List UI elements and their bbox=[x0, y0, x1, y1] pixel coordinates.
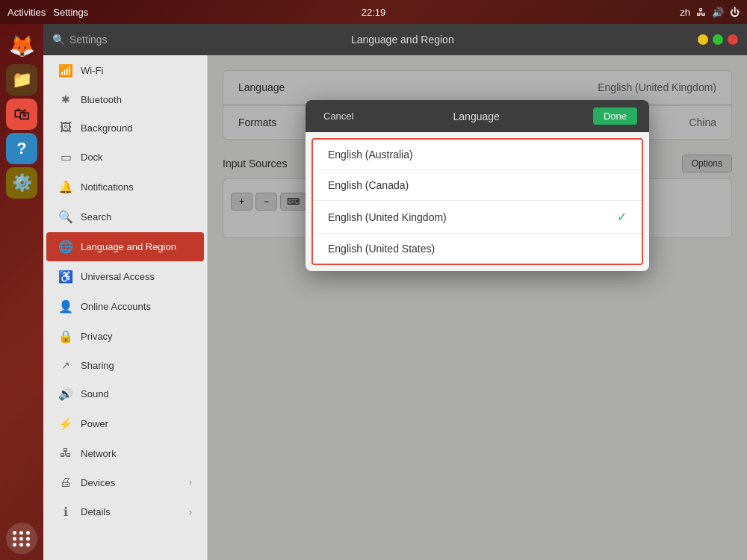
settings-menu[interactable]: Settings bbox=[53, 7, 88, 18]
dialog-cancel-button[interactable]: Cancel bbox=[317, 108, 359, 125]
language-dialog-overlay: Cancel Language Done English (Australia)… bbox=[208, 55, 747, 560]
language-icon: 🌐 bbox=[58, 240, 73, 254]
sidebar-item-language[interactable]: 🌐 Language and Region bbox=[46, 232, 204, 261]
details-chevron-icon: › bbox=[189, 507, 192, 517]
dialog-done-button[interactable]: Done bbox=[593, 108, 637, 125]
sidebar-item-sound[interactable]: 🔊 Sound bbox=[46, 379, 204, 408]
sidebar-item-label-search: Search bbox=[81, 211, 111, 223]
minimize-button[interactable] bbox=[698, 34, 708, 45]
lang-option-en-us[interactable]: English (United States) bbox=[313, 234, 642, 264]
sidebar-item-search[interactable]: 🔍 Search bbox=[46, 202, 204, 231]
software-icon: 🛍 bbox=[13, 105, 30, 124]
sound-icon: 🔊 bbox=[58, 387, 73, 401]
topbar: Activities Settings 22:19 zh 🖧 🔊 ⏻ bbox=[0, 0, 747, 24]
lang-option-en-au[interactable]: English (Australia) bbox=[313, 140, 642, 170]
bluetooth-icon: ✱ bbox=[58, 93, 73, 105]
sidebar-item-label-dock: Dock bbox=[81, 152, 103, 163]
sidebar-item-dock[interactable]: ▭ Dock bbox=[46, 143, 204, 172]
sidebar-item-label-sound: Sound bbox=[81, 388, 109, 399]
sidebar-item-network[interactable]: 🖧 Network bbox=[46, 439, 204, 467]
sidebar-item-label-network: Network bbox=[81, 448, 117, 459]
universal-icon: ♿ bbox=[58, 270, 73, 284]
search-sidebar-icon: 🔍 bbox=[58, 210, 73, 224]
sidebar-item-online[interactable]: 👤 Online Accounts bbox=[46, 292, 204, 321]
sidebar-item-background[interactable]: 🖼 Background bbox=[46, 113, 204, 142]
network-sidebar-icon: 🖧 bbox=[58, 447, 73, 460]
power-sidebar-icon: ⚡ bbox=[58, 417, 73, 431]
sidebar-item-label-language: Language and Region bbox=[81, 241, 176, 252]
language-options-highlight: English (Australia) English (Canada) Eng… bbox=[311, 138, 643, 265]
window-controls bbox=[698, 34, 738, 45]
sidebar-item-label-power: Power bbox=[81, 418, 108, 429]
activities-button[interactable]: Activities bbox=[7, 7, 46, 18]
dialog-titlebar: Cancel Language Done bbox=[306, 100, 649, 132]
window-body: 📶 Wi-Fi ✱ Bluetooth 🖼 Background ▭ Dock … bbox=[43, 55, 747, 560]
network-icon[interactable]: 🖧 bbox=[696, 7, 706, 18]
sidebar-item-label-background: Background bbox=[81, 122, 132, 134]
close-button[interactable] bbox=[728, 34, 738, 45]
apps-grid-icon bbox=[13, 531, 31, 547]
dock-item-software[interactable]: 🛍 bbox=[6, 99, 37, 130]
topbar-time: 22:19 bbox=[362, 7, 386, 18]
sidebar-item-notifications[interactable]: 🔔 Notifications bbox=[46, 172, 204, 202]
sidebar-item-sharing[interactable]: ↗ Sharing bbox=[46, 352, 204, 379]
dock-item-settings[interactable]: ⚙️ bbox=[6, 167, 37, 199]
search-icon: 🔍 bbox=[52, 34, 65, 46]
lang-option-en-gb[interactable]: English (United Kingdom) ✓ bbox=[313, 201, 642, 234]
lang-label-en-gb: English (United Kingdom) bbox=[328, 211, 447, 223]
sidebar-item-privacy[interactable]: 🔒 Privacy bbox=[46, 322, 204, 351]
sidebar-item-devices[interactable]: 🖨 Devices › bbox=[46, 468, 204, 497]
dock: 🦊 📁 🛍 ? ⚙️ bbox=[0, 24, 43, 560]
dialog-body: English (Australia) English (Canada) Eng… bbox=[306, 138, 649, 265]
devices-chevron-icon: › bbox=[189, 477, 192, 488]
sidebar-item-label-sharing: Sharing bbox=[81, 360, 114, 371]
sharing-icon: ↗ bbox=[58, 359, 73, 371]
sidebar-item-label-privacy: Privacy bbox=[81, 331, 113, 342]
show-apps-button[interactable] bbox=[6, 523, 37, 554]
lang-label-en-au: English (Australia) bbox=[328, 149, 413, 161]
online-icon: 👤 bbox=[58, 299, 73, 314]
volume-icon[interactable]: 🔊 bbox=[712, 7, 724, 18]
sidebar-item-label-notifications: Notifications bbox=[81, 181, 134, 193]
sidebar-item-bluetooth[interactable]: ✱ Bluetooth bbox=[46, 86, 204, 113]
dialog-title: Language bbox=[453, 111, 500, 122]
search-area[interactable]: 🔍 Settings bbox=[52, 34, 108, 46]
background-icon: 🖼 bbox=[58, 121, 73, 134]
main-content: Language English (United Kingdom) Format… bbox=[208, 55, 747, 560]
dock-item-firefox[interactable]: 🦊 bbox=[6, 30, 37, 61]
lang-label-en-ca: English (Canada) bbox=[328, 179, 409, 191]
sidebar-item-details[interactable]: ℹ Details › bbox=[46, 497, 204, 526]
sidebar-item-label-devices: Devices bbox=[81, 477, 115, 488]
dock-icon-sidebar: ▭ bbox=[58, 150, 73, 164]
maximize-button[interactable] bbox=[713, 34, 723, 45]
files-icon: 📁 bbox=[12, 70, 32, 90]
devices-icon: 🖨 bbox=[58, 476, 73, 489]
settings-window: 🔍 Settings Language and Region 📶 Wi-Fi ✱… bbox=[43, 24, 747, 560]
search-label: Settings bbox=[69, 34, 108, 46]
sidebar-item-universal[interactable]: ♿ Universal Access bbox=[46, 262, 204, 291]
settings-icon: ⚙️ bbox=[12, 173, 32, 193]
firefox-icon: 🦊 bbox=[9, 34, 35, 58]
language-dialog: Cancel Language Done English (Australia)… bbox=[306, 100, 649, 271]
sidebar-item-power[interactable]: ⚡ Power bbox=[46, 409, 204, 438]
sidebar-item-label-wifi: Wi-Fi bbox=[81, 65, 103, 76]
sidebar-item-wifi[interactable]: 📶 Wi-Fi bbox=[46, 56, 204, 85]
window-title: Language and Region bbox=[114, 34, 692, 46]
notifications-icon: 🔔 bbox=[58, 180, 73, 194]
lang-option-en-ca[interactable]: English (Canada) bbox=[313, 170, 642, 201]
selected-checkmark-icon: ✓ bbox=[617, 210, 627, 224]
dock-item-help[interactable]: ? bbox=[6, 133, 37, 164]
power-icon[interactable]: ⏻ bbox=[730, 7, 740, 18]
window-titlebar: 🔍 Settings Language and Region bbox=[43, 24, 747, 55]
dock-item-files[interactable]: 📁 bbox=[6, 64, 37, 96]
sidebar-item-label-universal: Universal Access bbox=[81, 271, 155, 282]
sidebar-item-label-online: Online Accounts bbox=[81, 301, 151, 312]
help-icon: ? bbox=[16, 139, 26, 158]
privacy-icon: 🔒 bbox=[58, 329, 73, 343]
sidebar-item-label-details: Details bbox=[81, 506, 111, 517]
sidebar: 📶 Wi-Fi ✱ Bluetooth 🖼 Background ▭ Dock … bbox=[43, 55, 208, 560]
sidebar-item-label-bluetooth: Bluetooth bbox=[81, 94, 122, 105]
details-icon: ℹ bbox=[58, 505, 73, 519]
locale-indicator[interactable]: zh bbox=[680, 7, 690, 18]
wifi-icon: 📶 bbox=[58, 63, 73, 78]
